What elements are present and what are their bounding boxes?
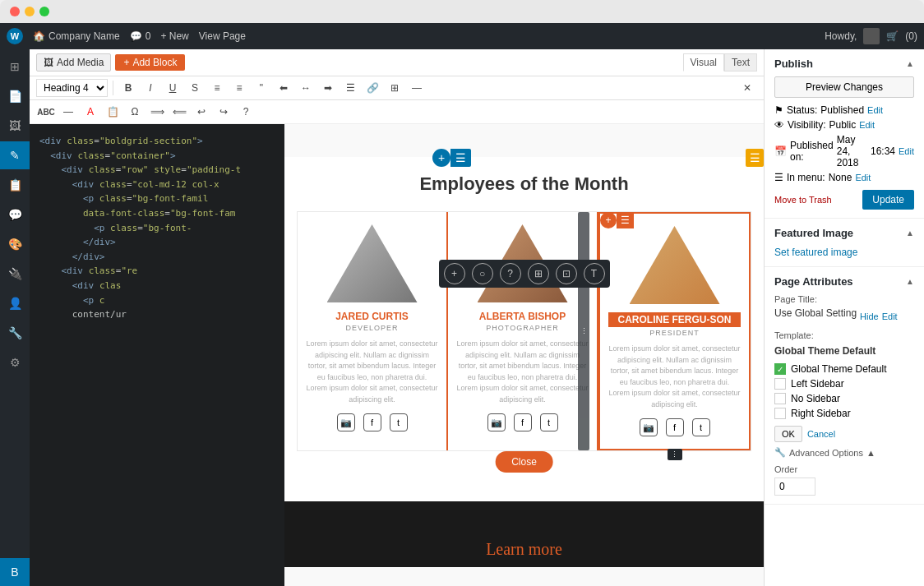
align-justify-button[interactable]: ☰ bbox=[340, 79, 360, 97]
twitter-icon-3[interactable]: t bbox=[692, 418, 710, 436]
indent-button[interactable]: ⟹ bbox=[147, 103, 167, 121]
template-option-1[interactable]: Global Theme Default bbox=[774, 363, 914, 375]
order-input[interactable] bbox=[774, 478, 815, 496]
link-button[interactable]: 🔗 bbox=[363, 79, 382, 97]
advanced-options[interactable]: 🔧 Advanced Options ▲ bbox=[774, 447, 914, 458]
menu-edit-link[interactable]: Edit bbox=[855, 173, 871, 182]
outdent-button[interactable]: ⟸ bbox=[169, 103, 189, 121]
close-button[interactable]: Close bbox=[495, 451, 553, 473]
float-grid-btn[interactable]: ⊞ bbox=[528, 263, 549, 284]
float-text-btn[interactable]: T bbox=[584, 263, 605, 284]
minimize-window-btn[interactable] bbox=[25, 7, 35, 16]
published-edit-link[interactable]: Edit bbox=[899, 146, 914, 156]
template-checkbox-4[interactable] bbox=[774, 408, 786, 419]
heading-select[interactable]: Heading 4Heading 1Heading 2Heading 3Para… bbox=[36, 79, 108, 97]
fullscreen-button[interactable]: ✕ bbox=[737, 79, 757, 97]
template-checkbox-2[interactable] bbox=[774, 378, 786, 390]
twitter-icon-1[interactable]: t bbox=[390, 413, 408, 431]
wp-logo[interactable]: W bbox=[7, 28, 23, 44]
code-panel[interactable]: <div class="boldgrid-section"> <div clas… bbox=[30, 124, 284, 586]
sidebar-icon-boldgrid[interactable]: B bbox=[0, 558, 30, 586]
strikethrough-button[interactable]: S bbox=[185, 79, 205, 97]
facebook-icon-3[interactable]: f bbox=[666, 418, 684, 436]
align-left-button[interactable]: ⬅ bbox=[274, 79, 293, 97]
admin-bar-home[interactable]: 🏠 Company Name bbox=[33, 30, 120, 42]
redo-button[interactable]: ↪ bbox=[214, 103, 233, 121]
template-checkbox-1[interactable] bbox=[774, 363, 786, 375]
preview-changes-button[interactable]: Preview Changes bbox=[774, 76, 914, 98]
sidebar-icon-plugins[interactable]: 🔌 bbox=[0, 260, 30, 288]
visibility-edit-link[interactable]: Edit bbox=[859, 120, 875, 130]
float-add-btn[interactable]: + bbox=[444, 263, 465, 284]
row-list-btn[interactable]: ☰ bbox=[450, 149, 471, 167]
sidebar-icon-media[interactable]: 🖼 bbox=[0, 112, 30, 140]
template-option-3[interactable]: No Sidebar bbox=[774, 393, 914, 404]
float-circle-btn[interactable]: ○ bbox=[472, 263, 493, 284]
special-chars-button[interactable]: Ω bbox=[125, 103, 145, 121]
page-title-edit[interactable]: Edit bbox=[882, 311, 898, 321]
template-option-4[interactable]: Right Sidebar bbox=[774, 408, 914, 419]
template-option-2[interactable]: Left Sidebar bbox=[774, 378, 914, 390]
admin-bar-view-page[interactable]: View Page bbox=[199, 30, 246, 42]
table-button[interactable]: ⊞ bbox=[385, 79, 404, 97]
facebook-icon-1[interactable]: f bbox=[363, 413, 381, 431]
set-featured-image-link[interactable]: Set featured image bbox=[774, 247, 857, 258]
sidebar-icon-posts[interactable]: 📄 bbox=[0, 82, 30, 110]
page-title-hide[interactable]: Hide bbox=[860, 311, 879, 321]
instagram-icon-3[interactable]: 📷 bbox=[640, 418, 658, 436]
list-ol-button[interactable]: ≡ bbox=[229, 79, 249, 97]
visual-tab[interactable]: Visual bbox=[683, 53, 724, 72]
page-attributes-chevron[interactable]: ▲ bbox=[906, 277, 914, 286]
move-to-trash-link[interactable]: Move to Trash bbox=[774, 195, 832, 205]
underline-button[interactable]: U bbox=[163, 79, 182, 97]
add-row-btn[interactable]: + bbox=[432, 149, 450, 167]
publish-chevron[interactable]: ▲ bbox=[906, 59, 914, 68]
float-module-btn[interactable]: ⊡ bbox=[556, 263, 577, 284]
hr-button[interactable]: — bbox=[58, 103, 78, 121]
col-drag-handle-1[interactable]: ⋮ bbox=[578, 212, 589, 450]
blockquote-button[interactable]: " bbox=[252, 79, 271, 97]
add-media-button[interactable]: 🖼 Add Media bbox=[36, 53, 111, 72]
text-color-button[interactable]: A bbox=[81, 103, 100, 121]
float-help-btn[interactable]: ? bbox=[500, 263, 521, 284]
block-list-btn-3[interactable]: ☰ bbox=[617, 212, 634, 228]
list-ul-button[interactable]: ≡ bbox=[207, 79, 227, 97]
sidebar-icon-settings[interactable]: ⚙ bbox=[0, 348, 30, 376]
text-tab[interactable]: Text bbox=[724, 53, 757, 72]
twitter-icon-2[interactable]: t bbox=[540, 413, 558, 431]
instagram-icon-1[interactable]: 📷 bbox=[337, 413, 355, 431]
more-button[interactable]: — bbox=[407, 79, 427, 97]
add-block-button[interactable]: + Add Block bbox=[115, 54, 185, 71]
sidebar-icon-appearance[interactable]: 🎨 bbox=[0, 230, 30, 258]
italic-button[interactable]: I bbox=[141, 79, 160, 97]
update-button[interactable]: Update bbox=[862, 190, 914, 210]
align-right-button[interactable]: ➡ bbox=[318, 79, 338, 97]
instagram-icon-2[interactable]: 📷 bbox=[487, 413, 506, 431]
paste-button[interactable]: 📋 bbox=[103, 103, 122, 121]
cancel-link[interactable]: Cancel bbox=[807, 426, 835, 442]
maximize-window-btn[interactable] bbox=[39, 7, 49, 16]
col-menu-btn[interactable]: ☰ bbox=[746, 149, 764, 167]
facebook-icon-2[interactable]: f bbox=[514, 413, 532, 431]
sidebar-icon-comments[interactable]: 💬 bbox=[0, 201, 30, 228]
sidebar-icon-tools[interactable]: 🔧 bbox=[0, 319, 30, 347]
sidebar-icon-dashboard[interactable]: ⊞ bbox=[0, 53, 30, 81]
help-button[interactable]: ? bbox=[236, 103, 256, 121]
sidebar-icon-users[interactable]: 👤 bbox=[0, 289, 30, 317]
abc-button[interactable]: ABC bbox=[36, 103, 56, 121]
status-edit-link[interactable]: Edit bbox=[867, 105, 883, 115]
admin-bar-comments[interactable]: 💬 0 bbox=[130, 30, 151, 42]
sidebar-icon-editor[interactable]: ✎ bbox=[0, 141, 30, 169]
featured-image-chevron[interactable]: ▲ bbox=[906, 228, 914, 238]
admin-bar-new[interactable]: + New bbox=[160, 30, 188, 42]
sidebar-icon-pages[interactable]: 📋 bbox=[0, 171, 30, 199]
template-checkbox-3[interactable] bbox=[774, 393, 786, 404]
align-center-button[interactable]: ↔ bbox=[296, 79, 316, 97]
block-add-btn-3[interactable]: + bbox=[600, 212, 617, 228]
undo-button[interactable]: ↩ bbox=[192, 103, 211, 121]
employee-card-2: ALBERTA BISHOP PHOTOGRAPHER Lorem ipsum … bbox=[448, 212, 598, 450]
close-window-btn[interactable] bbox=[10, 7, 20, 16]
bold-button[interactable]: B bbox=[118, 79, 138, 97]
drag-handle-3[interactable]: ⋮ bbox=[668, 449, 682, 460]
ok-button[interactable]: OK bbox=[774, 426, 802, 442]
